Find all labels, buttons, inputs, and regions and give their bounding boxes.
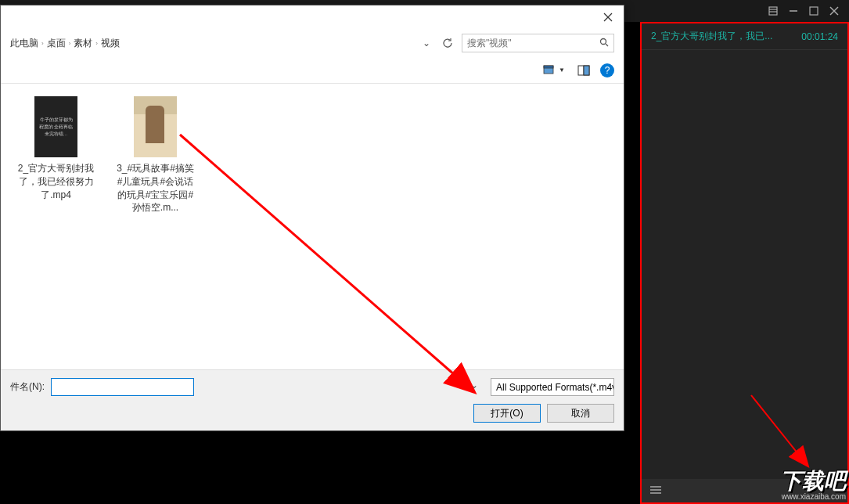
format-select-value: All Supported Formats(*.m4v xyxy=(496,382,614,393)
file-name-label: 2_官方大哥别封我了，我已经很努力了.mp4 xyxy=(15,162,97,201)
help-icon[interactable]: ? xyxy=(600,63,614,77)
refresh-icon[interactable] xyxy=(440,35,455,51)
view-mode-button[interactable]: ▼ xyxy=(539,62,569,79)
svg-rect-0 xyxy=(769,7,777,15)
filename-label: 件名(N): xyxy=(10,380,45,394)
breadcrumb-item[interactable]: 视频 xyxy=(101,37,120,50)
file-name-label: 3_#玩具故事#搞笑#儿童玩具#会说话的玩具#宝宝乐园#孙悟空.m... xyxy=(114,162,196,214)
maximize-icon[interactable] xyxy=(804,1,824,21)
breadcrumb-item[interactable]: 此电脑 xyxy=(10,37,38,50)
dialog-toolbar: ▼ ? xyxy=(1,57,624,84)
file-item[interactable]: 3_#玩具故事#搞笑#儿童玩具#会说话的玩具#宝宝乐园#孙悟空.m... xyxy=(114,96,196,214)
chevron-right-icon: › xyxy=(95,40,98,47)
menu-icon[interactable] xyxy=(649,484,662,498)
file-list-area[interactable]: 牛子的发芽都为程度的 全程再临 未完待续… 2_官方大哥别封我了，我已经很努力了… xyxy=(1,84,624,369)
playlist-item-title: 2_官方大哥别封我了，我已... xyxy=(651,30,772,43)
window-controls xyxy=(763,1,844,21)
close-icon[interactable] xyxy=(824,1,844,21)
breadcrumb-item[interactable]: 素材 xyxy=(74,37,92,50)
search-box xyxy=(462,34,614,52)
playlist-item-duration: 00:01:24 xyxy=(801,31,838,42)
dialog-titlebar xyxy=(1,5,624,29)
watermark-text: 下载吧 xyxy=(780,470,846,492)
file-thumbnail: 牛子的发芽都为程度的 全程再临 未完待续… xyxy=(34,96,77,157)
format-select[interactable]: All Supported Formats(*.m4v ⌄ xyxy=(491,378,614,396)
watermark-url: www.xiazaiba.com xyxy=(780,492,846,501)
dialog-close-icon[interactable] xyxy=(599,8,617,27)
playlist-panel: 2_官方大哥别封我了，我已... 00:01:24 xyxy=(640,22,849,504)
search-icon[interactable] xyxy=(599,38,609,49)
list-icon[interactable] xyxy=(763,1,783,21)
search-input[interactable] xyxy=(467,38,595,49)
dialog-nav-bar: 此电脑 › 桌面 › 素材 › 视频 ⌄ xyxy=(1,29,624,57)
dialog-footer: 件名(N): All Supported Formats(*.m4v ⌄ 打开(… xyxy=(1,369,624,430)
cancel-button[interactable]: 取消 xyxy=(547,404,614,423)
open-button[interactable]: 打开(O) xyxy=(473,404,541,423)
breadcrumb-dropdown-icon[interactable]: ⌄ xyxy=(419,38,433,49)
svg-line-13 xyxy=(606,44,608,46)
svg-rect-4 xyxy=(810,7,818,15)
breadcrumb: 此电脑 › 桌面 › 素材 › 视频 xyxy=(10,37,413,50)
breadcrumb-item[interactable]: 桌面 xyxy=(47,37,66,50)
chevron-right-icon: › xyxy=(69,40,71,47)
file-thumbnail xyxy=(134,96,177,157)
svg-point-12 xyxy=(601,38,606,44)
minimize-icon[interactable] xyxy=(783,1,804,21)
filename-input[interactable] xyxy=(51,378,194,396)
file-item[interactable]: 牛子的发芽都为程度的 全程再临 未完待续… 2_官方大哥别封我了，我已经很努力了… xyxy=(15,96,97,201)
watermark: 下载吧 www.xiazaiba.com xyxy=(780,470,846,501)
chevron-right-icon: › xyxy=(41,40,44,47)
preview-pane-button[interactable] xyxy=(574,62,595,79)
svg-rect-18 xyxy=(584,66,589,75)
svg-rect-15 xyxy=(544,66,553,68)
file-open-dialog: 此电脑 › 桌面 › 素材 › 视频 ⌄ ▼ ? xyxy=(0,5,624,431)
chevron-down-icon: ▼ xyxy=(559,67,565,74)
playlist-header[interactable]: 2_官方大哥别封我了，我已... 00:01:24 xyxy=(642,23,847,50)
